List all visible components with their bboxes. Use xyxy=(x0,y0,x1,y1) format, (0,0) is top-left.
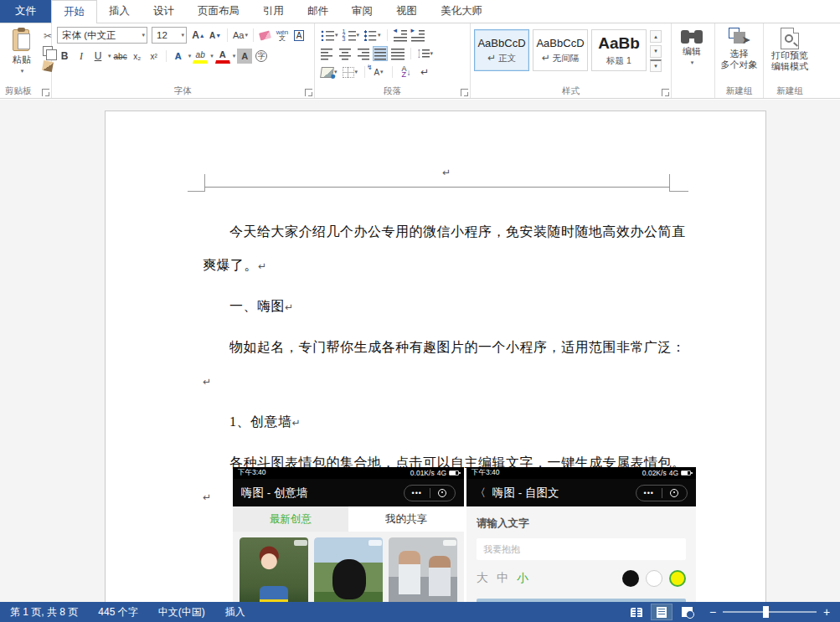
style-card-no-spacing[interactable]: AaBbCcD ↵ 无间隔 xyxy=(533,29,588,71)
grow-font-button[interactable]: A▲ xyxy=(191,28,206,43)
clipboard-dialog-launcher[interactable] xyxy=(42,89,49,96)
word-count[interactable]: 445 个字 xyxy=(88,605,147,619)
print-layout-button[interactable] xyxy=(651,604,673,620)
shrink-font-button[interactable]: A▼ xyxy=(208,28,223,43)
subscript-button[interactable]: x₂ xyxy=(130,49,145,64)
more-menu-icon[interactable]: ••• xyxy=(636,489,662,497)
shading-button[interactable]: ▾ xyxy=(320,64,338,80)
font-name-combo[interactable]: 宋体 (中文正▾ xyxy=(57,27,147,44)
styles-scroll-down[interactable]: ▾ xyxy=(650,45,662,58)
color-swatch-yellow[interactable] xyxy=(669,570,686,587)
character-border-button[interactable]: A xyxy=(291,28,307,43)
select-multiple-objects-button[interactable]: ➤ 选择 多个对象 xyxy=(717,26,761,86)
underline-dropdown[interactable]: ▾ xyxy=(108,53,111,59)
paste-dropdown[interactable]: ▾ xyxy=(21,65,24,76)
page-indicator[interactable]: 第 1 页, 共 8 页 xyxy=(0,605,88,619)
zoom-out-button[interactable]: − xyxy=(708,605,718,619)
tab-mailings[interactable]: 邮件 xyxy=(296,0,340,23)
font-color-button[interactable]: A xyxy=(215,49,230,64)
size-small-option[interactable]: 小 xyxy=(517,571,528,586)
tab-references[interactable]: 引用 xyxy=(251,0,296,23)
align-right-button[interactable] xyxy=(355,46,370,61)
editing-button[interactable]: 编辑 ▾ xyxy=(673,26,710,86)
highlight-dropdown[interactable]: ▾ xyxy=(210,53,214,59)
back-icon[interactable]: 〈 xyxy=(475,486,486,501)
decrease-indent-button[interactable] xyxy=(393,28,408,43)
tab-view[interactable]: 视图 xyxy=(384,0,429,23)
distribute-button[interactable] xyxy=(390,46,405,61)
document-page[interactable]: ↵ 今天给大家介绍几个办公专用的微信小程序，免安装随时随地高效办公简直爽爆了。↵… xyxy=(105,111,766,602)
font-size-combo[interactable]: 12▾ xyxy=(152,27,187,44)
paragraph[interactable]: 一、嗨图↵ xyxy=(203,290,693,324)
strikethrough-button[interactable]: abc xyxy=(113,49,128,64)
size-medium-option[interactable]: 中 xyxy=(497,571,508,586)
styles-dialog-launcher[interactable] xyxy=(662,89,669,96)
tab-file[interactable]: 文件 xyxy=(0,0,51,23)
meme-thumbnail-kumamon[interactable]: 我要抱抱 xyxy=(314,537,383,602)
meme-thumbnail-men[interactable]: 诸葛ィ江流儿 xyxy=(389,537,457,602)
style-card-heading1[interactable]: AaBb 标题 1 xyxy=(591,29,647,71)
more-menu-icon[interactable]: ••• xyxy=(405,489,430,497)
meme-text-input[interactable] xyxy=(477,538,686,560)
tab-page-layout[interactable]: 页面布局 xyxy=(186,0,251,23)
change-case-button[interactable]: Aa▾ xyxy=(232,28,249,43)
web-layout-button[interactable] xyxy=(676,604,698,620)
underline-button[interactable]: U xyxy=(90,49,106,64)
color-swatch-white[interactable] xyxy=(646,570,662,587)
editing-dropdown[interactable]: ▾ xyxy=(691,57,694,68)
character-shading-button[interactable]: A xyxy=(237,49,252,64)
increase-indent-button[interactable] xyxy=(410,28,425,43)
tab-my-shares[interactable]: 我的共享 xyxy=(348,506,464,532)
insert-mode-indicator[interactable]: 插入 xyxy=(215,605,255,619)
tab-review[interactable]: 审阅 xyxy=(340,0,384,23)
show-hide-marks-button[interactable]: ↵ xyxy=(417,64,432,80)
paragraph[interactable]: 今天给大家介绍几个办公专用的微信小程序，免安装随时随地高效办公简直爽爆了。↵ xyxy=(203,215,693,283)
styles-scroll-up[interactable]: ▴ xyxy=(650,30,662,43)
paragraph[interactable]: 1、创意墙↵ xyxy=(203,405,693,440)
superscript-button[interactable]: x² xyxy=(147,49,162,64)
document-canvas[interactable]: ↵ 今天给大家介绍几个办公专用的微信小程序，免安装随时随地高效办公简直爽爆了。↵… xyxy=(0,100,840,602)
bullets-button[interactable]: ▾ xyxy=(320,28,339,43)
italic-button[interactable]: I xyxy=(74,49,89,64)
tab-home[interactable]: 开始 xyxy=(51,0,97,23)
clear-formatting-button[interactable] xyxy=(258,28,273,43)
asian-layout-button[interactable]: A▾ xyxy=(371,64,386,80)
text-effects-button[interactable]: A xyxy=(171,49,186,64)
print-preview-edit-button[interactable]: 打印预览 编辑模式 xyxy=(765,26,814,86)
zoom-slider-handle[interactable] xyxy=(763,606,769,618)
embedded-image-figure[interactable]: 下午3:40 0.01K/s4G 嗨图 - 创意墙 ••• 最新创意 我的共享 xyxy=(233,467,698,602)
font-dialog-launcher[interactable] xyxy=(305,89,312,96)
sort-button[interactable]: AZ↓ xyxy=(399,64,414,80)
zoom-in-button[interactable]: + xyxy=(822,605,832,619)
tab-insert[interactable]: 插入 xyxy=(97,0,142,23)
styles-more-button[interactable]: ▾ xyxy=(650,59,662,72)
close-miniapp-icon[interactable] xyxy=(662,489,688,497)
style-card-normal[interactable]: AaBbCcD ↵ 正文 xyxy=(474,29,529,71)
justify-button[interactable] xyxy=(373,46,388,61)
phonetic-guide-button[interactable]: wén文 xyxy=(275,28,290,43)
language-indicator[interactable]: 中文(中国) xyxy=(148,605,215,619)
tab-wps-beautify[interactable]: 美化大师 xyxy=(429,0,494,23)
paste-button[interactable]: 粘贴 ▾ xyxy=(3,26,40,76)
meme-thumbnail-girl[interactable] xyxy=(240,537,308,602)
numbering-button[interactable]: 123▾ xyxy=(342,28,361,43)
borders-button[interactable]: ▾ xyxy=(342,64,359,80)
enclose-characters-button[interactable]: 字 xyxy=(254,49,269,64)
line-spacing-button[interactable]: ↑↓▾ xyxy=(416,46,434,61)
zoom-slider-track[interactable] xyxy=(723,611,817,613)
tab-latest-creations[interactable]: 最新创意 xyxy=(233,506,348,532)
multilevel-list-button[interactable]: ▾ xyxy=(363,28,382,43)
tab-design[interactable]: 设计 xyxy=(142,0,186,23)
highlight-color-button[interactable]: ab xyxy=(193,49,208,64)
read-mode-button[interactable] xyxy=(626,604,647,620)
bold-button[interactable]: B xyxy=(57,49,72,64)
paragraph-dialog-launcher[interactable] xyxy=(461,89,468,96)
align-left-button[interactable] xyxy=(320,46,335,61)
font-color-dropdown[interactable]: ▾ xyxy=(233,53,236,59)
align-center-button[interactable] xyxy=(338,46,353,61)
size-large-option[interactable]: 大 xyxy=(477,571,488,586)
text-effects-dropdown[interactable]: ▾ xyxy=(188,53,192,59)
close-miniapp-icon[interactable] xyxy=(430,489,456,497)
paragraph[interactable]: 物如起名，专门帮你生成各种有趣图片的一个小程序，适用范围非常广泛：↵ xyxy=(203,331,693,398)
color-swatch-black[interactable] xyxy=(622,570,639,587)
